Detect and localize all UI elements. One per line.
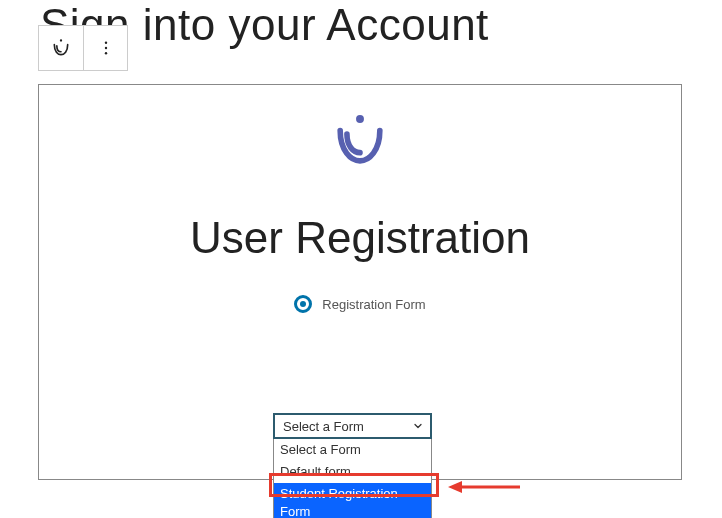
svg-point-2 [104,47,106,49]
radio-checked-icon [294,295,312,313]
svg-point-0 [60,39,62,41]
form-select[interactable]: Select a Form [273,413,432,439]
svg-point-3 [104,52,106,54]
form-select-group: Select a Form Select a Form Default form… [273,413,432,518]
form-type-radio[interactable]: Registration Form [294,295,425,313]
annotation-arrow-icon [448,480,520,498]
svg-point-1 [104,42,106,44]
svg-point-4 [356,115,364,123]
form-option-student[interactable]: Student Registration Form [274,483,431,518]
block-logo-icon [51,38,71,58]
svg-marker-6 [448,481,462,493]
block-icon-button[interactable] [39,26,83,70]
plugin-logo-icon [332,113,388,173]
more-vertical-icon [97,39,115,57]
form-select-value: Select a Form [283,419,364,434]
chevron-down-icon [412,420,424,432]
block-heading: User Registration [190,213,530,263]
more-options-button[interactable] [83,26,127,70]
radio-label: Registration Form [322,297,425,312]
form-option-placeholder[interactable]: Select a Form [274,439,431,461]
form-select-dropdown: Select a Form Default form Student Regis… [273,439,432,518]
block-toolbar [38,25,128,71]
form-option-default[interactable]: Default form [274,461,431,483]
